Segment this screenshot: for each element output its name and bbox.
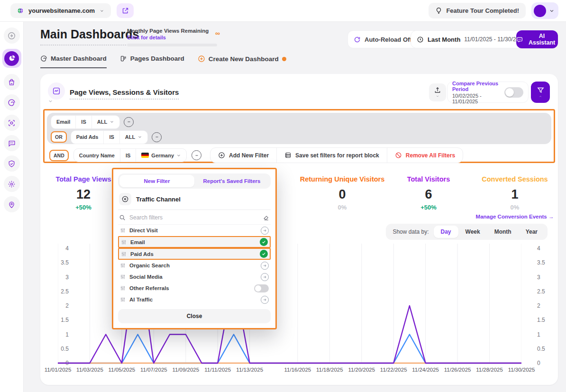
close-button[interactable]: Close [118, 309, 271, 323]
filter-item-email[interactable]: Email [118, 236, 271, 248]
filter-condition[interactable]: IS [120, 149, 136, 162]
clock-icon [417, 36, 424, 43]
remove-filter-button[interactable] [152, 132, 162, 142]
check-circle-icon[interactable] [260, 250, 268, 258]
toggle-off[interactable] [254, 284, 269, 292]
eraser-icon[interactable] [263, 214, 270, 221]
sidebar-nav [0, 22, 24, 392]
chevron-up-icon [538, 95, 543, 98]
filter-row-country: AND Country Name IS Germany [49, 147, 549, 163]
filter-item-social-media[interactable]: Social Media [118, 271, 271, 283]
stat-delta: 0% [472, 204, 558, 211]
compare-toggle[interactable] [504, 87, 523, 98]
chevron-down-icon [100, 8, 104, 14]
open-website-button[interactable] [117, 3, 134, 18]
granularity-week[interactable]: Week [458, 226, 487, 238]
sidebar-item-settings[interactable] [4, 176, 20, 192]
sidebar-item-privacy[interactable] [4, 155, 20, 172]
add-new-filter-button[interactable]: Add New Filter [210, 148, 276, 163]
filter-item-paid-ads[interactable]: Paid Ads [118, 248, 271, 260]
account-menu[interactable] [531, 2, 558, 19]
operator-chip[interactable]: OR [51, 131, 67, 143]
filter-value-dropdown[interactable]: Germany [136, 149, 186, 162]
x-axis-label: 11/05/2025 [109, 367, 136, 373]
filter-item-label: Direct Visit [129, 228, 257, 233]
tab-master-dashboard[interactable]: Master Dashboard [40, 55, 107, 68]
filter-value-dropdown[interactable]: ALL [119, 131, 147, 144]
sidebar-item-feedback[interactable] [4, 135, 20, 151]
filter-item-ai-traffic[interactable]: AI Traffic [118, 294, 271, 305]
arrow-right-circle-icon[interactable] [261, 227, 269, 235]
filter-field[interactable]: Email [51, 116, 75, 128]
ai-assistant-button[interactable]: AI Assistant [516, 30, 558, 48]
sidebar-item-ecommerce[interactable] [4, 74, 20, 90]
drag-handle-icon[interactable] [120, 228, 126, 233]
report-icon-button[interactable] [48, 82, 66, 104]
x-axis-label: 11/30/2025 [508, 367, 535, 373]
y-axis-label: 2.5 [537, 288, 550, 295]
arrow-right-circle-icon[interactable] [261, 273, 269, 281]
filters-panel-button[interactable] [531, 82, 550, 103]
save-filters-button[interactable]: Save set filters for report block [276, 148, 387, 163]
quota-widget[interactable]: Monthly Page Views Remaining Click for d… [127, 28, 220, 46]
export-button[interactable] [429, 83, 446, 101]
filter-field[interactable]: Paid Ads [71, 131, 104, 144]
arrow-right-circle-icon[interactable] [261, 296, 269, 304]
sidebar-item-location[interactable] [4, 196, 20, 212]
drag-handle-icon[interactable] [121, 239, 127, 245]
website-selector[interactable]: yourwebsitename.com [10, 3, 111, 18]
compare-label: Compare Previous Period [452, 81, 501, 92]
sidebar-item-recordings[interactable] [4, 115, 20, 131]
compare-range: 10/02/2025 - 11/01/2025 [452, 93, 501, 104]
filter-item-direct-visit[interactable]: Direct Visit [118, 225, 271, 236]
operator-chip[interactable]: AND [49, 150, 69, 161]
back-button[interactable] [119, 193, 131, 205]
line-chart-icon [52, 87, 61, 95]
arrow-right-circle-icon[interactable] [261, 262, 269, 270]
chat-icon [8, 139, 16, 147]
remove-filter-button[interactable] [192, 150, 201, 160]
filter-value-dropdown[interactable]: ALL [91, 116, 119, 128]
filter-item-organic-search[interactable]: Organic Search [118, 260, 271, 271]
quota-details-link[interactable]: Click for details [127, 35, 209, 40]
sidebar-item-sessions[interactable] [4, 94, 20, 110]
drag-handle-icon[interactable] [120, 274, 126, 280]
drag-handle-icon[interactable] [120, 285, 126, 291]
arrow-left-circle-icon [121, 195, 129, 203]
granularity-month[interactable]: Month [487, 226, 519, 238]
sidebar-collapse-button[interactable] [4, 27, 20, 44]
chevron-down-icon [176, 153, 181, 158]
drag-handle-icon[interactable] [120, 263, 126, 268]
tab-reports-saved-filters[interactable]: Report's Saved Filters [194, 175, 269, 187]
y-axis-left: 00.511.522.533.54 [42, 244, 55, 365]
filter-condition[interactable]: IS [103, 131, 119, 144]
drag-handle-icon[interactable] [121, 251, 127, 257]
filter-field[interactable]: Country Name [74, 149, 120, 162]
bag-icon [8, 78, 16, 86]
map-pin-icon [8, 201, 16, 209]
x-axis-label: 11/07/2025 [140, 367, 167, 373]
remove-all-filters-button[interactable]: Remove All Filters [387, 148, 463, 163]
feature-tour-button[interactable]: Feature Tour Completed! [429, 3, 526, 18]
stat-label: Total Visitors [385, 175, 472, 183]
drag-handle-icon[interactable] [120, 297, 126, 302]
tab-create-new-dashboard[interactable]: Create New Dashboard [198, 55, 286, 68]
pie-chart-icon [8, 55, 16, 62]
filter-row-email: Email IS ALL [51, 115, 548, 128]
pages-icon [120, 55, 127, 62]
remove-filter-button[interactable] [124, 117, 134, 127]
search-filters-input[interactable] [129, 214, 259, 221]
popup-tabs: New Filter Report's Saved Filters [118, 173, 271, 189]
filter-condition[interactable]: IS [75, 116, 91, 128]
filter-item-other-referrals[interactable]: Other Referrals [118, 283, 271, 294]
tab-pages-dashboard[interactable]: Pages Dashboard [120, 55, 184, 67]
filter-value: Germany [151, 153, 174, 158]
sidebar-item-dashboards[interactable] [2, 49, 21, 68]
granularity-year[interactable]: Year [519, 226, 545, 238]
tab-new-filter[interactable]: New Filter [119, 175, 194, 187]
y-axis-label: 3 [537, 274, 550, 281]
manage-conversion-events-link[interactable]: Manage Conversion Events → [472, 214, 558, 219]
granularity-day[interactable]: Day [434, 226, 458, 238]
check-circle-icon[interactable] [260, 238, 268, 246]
plus-circle-icon [218, 152, 225, 159]
